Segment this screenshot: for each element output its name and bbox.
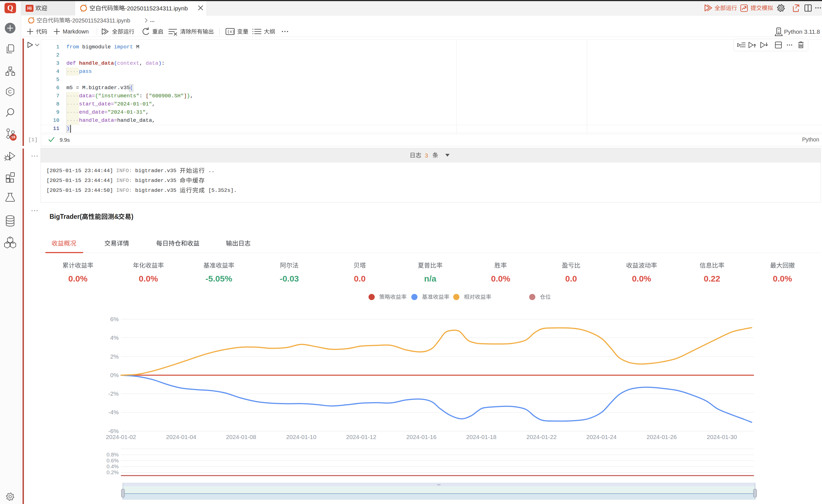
svg-text:0.4%: 0.4%: [107, 464, 119, 469]
svg-text:2024-01-18: 2024-01-18: [466, 434, 496, 440]
svg-text:2024-01-24: 2024-01-24: [586, 434, 616, 440]
svg-text:-4%: -4%: [108, 409, 119, 415]
svg-text:4%: 4%: [110, 335, 119, 341]
svg-text:2024-01-22: 2024-01-22: [526, 434, 556, 440]
svg-text:-2%: -2%: [108, 390, 119, 397]
svg-text:0.8%: 0.8%: [107, 452, 119, 458]
svg-text:2024-01-16: 2024-01-16: [406, 434, 436, 440]
svg-text:2024-01-12: 2024-01-12: [346, 434, 376, 440]
svg-text:0.6%: 0.6%: [107, 458, 119, 464]
svg-text:2024-01-02: 2024-01-02: [106, 434, 136, 440]
svg-text:0.2%: 0.2%: [107, 469, 119, 475]
svg-text:2024-01-30: 2024-01-30: [707, 434, 737, 440]
svg-text:2024-01-26: 2024-01-26: [647, 434, 677, 440]
svg-text:0%: 0%: [110, 372, 119, 378]
svg-text:2%: 2%: [110, 353, 119, 360]
svg-text:2024-01-10: 2024-01-10: [286, 434, 316, 440]
svg-text:2024-01-08: 2024-01-08: [226, 434, 256, 440]
svg-text:2024-01-04: 2024-01-04: [166, 434, 196, 440]
svg-text:6%: 6%: [110, 316, 119, 322]
svg-text:-6%: -6%: [108, 428, 119, 434]
